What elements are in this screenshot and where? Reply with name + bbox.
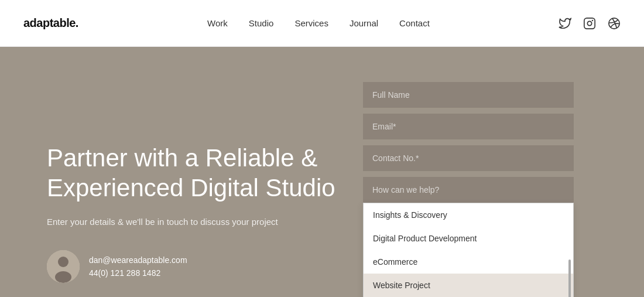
nav-work[interactable]: Work <box>207 18 228 28</box>
contact-details: dan@weareadaptable.com 44(0) 121 288 148… <box>89 254 187 280</box>
hero-subtitle: Enter your details & we'll be in touch t… <box>47 217 340 227</box>
how-help-dropdown-trigger[interactable]: How can we help? <box>363 177 574 203</box>
contact-no-input[interactable] <box>363 145 574 171</box>
nav-contact[interactable]: Contact <box>399 18 430 28</box>
dropdown-item-insights[interactable]: Insights & Discovery <box>364 203 573 227</box>
hero-left: Partner with a Reliable & Experienced Di… <box>47 144 340 283</box>
nav-links: Work Studio Services Journal Contact <box>207 18 430 29</box>
full-name-input[interactable] <box>363 82 574 108</box>
social-icons <box>559 17 621 30</box>
svg-point-5 <box>58 257 68 267</box>
contact-email: dan@weareadaptable.com <box>89 254 187 267</box>
svg-point-6 <box>55 271 71 283</box>
twitter-icon[interactable] <box>559 17 571 30</box>
dropdown-item-ecommerce[interactable]: eCommerce <box>364 250 573 274</box>
scrollbar-thumb <box>568 260 571 297</box>
dribbble-icon[interactable] <box>608 17 621 30</box>
svg-point-1 <box>587 21 591 25</box>
svg-point-2 <box>592 20 593 21</box>
email-input[interactable] <box>363 114 574 139</box>
hero-contact: dan@weareadaptable.com 44(0) 121 288 148… <box>47 250 340 283</box>
svg-rect-0 <box>584 18 595 28</box>
hero-title: Partner with a Reliable & Experienced Di… <box>47 144 340 203</box>
nav-journal[interactable]: Journal <box>350 18 378 28</box>
hero-section: Partner with a Reliable & Experienced Di… <box>0 47 644 297</box>
dropdown-item-website[interactable]: Website Project <box>364 274 573 297</box>
dropdown-options-list: Insights & Discovery Digital Product Dev… <box>363 203 574 297</box>
nav-services[interactable]: Services <box>294 18 328 28</box>
instagram-icon[interactable] <box>583 17 596 30</box>
nav-studio[interactable]: Studio <box>249 18 274 28</box>
avatar <box>47 250 80 283</box>
service-dropdown: Insights & Discovery Digital Product Dev… <box>363 203 574 297</box>
contact-phone: 44(0) 121 288 1482 <box>89 267 187 279</box>
dropdown-item-digital-product[interactable]: Digital Product Development <box>364 227 573 250</box>
contact-form: How can we help? Insights & Discovery Di… <box>363 82 574 297</box>
logo[interactable]: adaptable. <box>23 16 78 30</box>
main-nav: adaptable. Work Studio Services Journal … <box>0 0 644 47</box>
